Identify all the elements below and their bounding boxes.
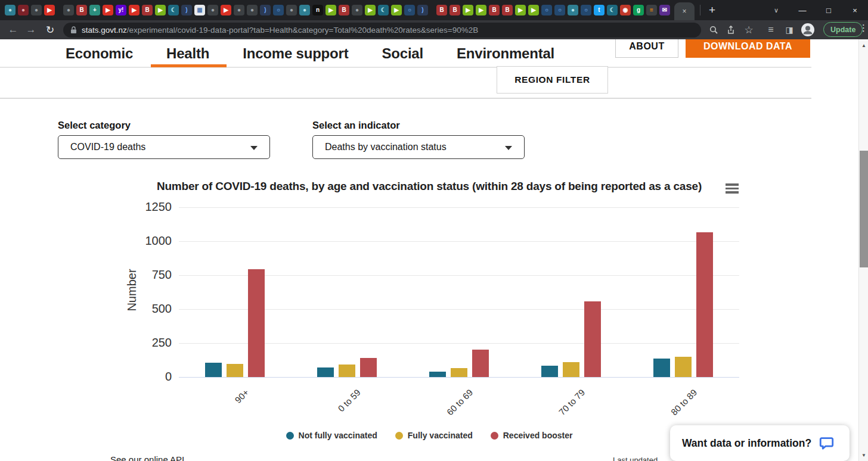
bar-fully-vaccinated [563, 362, 579, 377]
chart-menu-icon[interactable] [726, 183, 739, 195]
scroll-up-icon[interactable]: ▲ [859, 41, 868, 50]
bar-received-booster [360, 358, 377, 377]
nav-tab-economic[interactable]: Economic [66, 39, 133, 67]
share-icon[interactable] [724, 23, 738, 37]
browser-tab[interactable]: t [594, 5, 604, 15]
chat-label: Want data or information? [682, 437, 811, 450]
browser-tab[interactable]: ☾ [607, 5, 618, 15]
new-tab-button[interactable]: + [709, 4, 715, 17]
scrollbar-thumb[interactable] [860, 151, 868, 267]
browser-tab[interactable]: ◉ [620, 5, 631, 15]
browser-tab[interactable]: ) [417, 5, 428, 15]
footer-source-text[interactable]: See our online API [110, 454, 184, 461]
browser-tab[interactable]: ○ [554, 5, 565, 15]
browser-tab[interactable]: ▶ [365, 5, 376, 15]
profile-avatar[interactable] [801, 23, 815, 37]
browser-tab[interactable]: B [436, 5, 447, 15]
browser-tab[interactable]: ● [63, 5, 74, 15]
browser-tab[interactable]: ● [5, 5, 16, 15]
scroll-down-icon[interactable]: ▼ [859, 450, 868, 460]
browser-tab[interactable]: ▶ [44, 5, 55, 15]
browser-tab[interactable]: ▶ [155, 5, 166, 15]
browser-tab[interactable]: ● [31, 5, 42, 15]
forward-button[interactable]: → [24, 23, 38, 37]
legend-item-received-booster[interactable]: Received booster [491, 431, 573, 440]
browser-tab[interactable]: B [502, 5, 513, 15]
browser-tab[interactable]: ▶ [221, 5, 231, 15]
browser-tab[interactable]: ▶ [528, 5, 539, 15]
browser-tab[interactable]: ● [568, 5, 578, 15]
zoom-icon[interactable] [706, 23, 721, 37]
browser-tab[interactable]: ○ [581, 5, 591, 15]
browser-tab[interactable]: B [450, 5, 460, 15]
browser-tab[interactable]: ▦ [194, 5, 205, 15]
browser-tab[interactable]: ○ [404, 5, 415, 15]
reload-button[interactable]: ↻ [43, 23, 57, 37]
browser-tab[interactable]: ▶ [391, 5, 402, 15]
browser-tab[interactable]: ▶ [326, 5, 336, 15]
browser-tab[interactable]: ≡ [646, 5, 657, 15]
indicator-dropdown[interactable]: Deaths by vaccination status [312, 135, 525, 159]
nav-tab-environmental[interactable]: Environmental [457, 39, 554, 67]
nav-tab-health[interactable]: Health [166, 39, 209, 67]
url-bar[interactable]: stats.govt.nz/experimental/covid-19-data… [63, 23, 701, 38]
browser-tab[interactable]: ○ [541, 5, 552, 15]
active-tab[interactable]: × [674, 2, 695, 20]
browser-tab[interactable]: ▶ [103, 5, 113, 15]
browser-tab[interactable]: B [76, 5, 87, 15]
category-dropdown[interactable]: COVID-19 deaths [58, 135, 270, 159]
browser-tab[interactable]: ● [247, 5, 258, 15]
reading-list-icon[interactable]: ≡ [764, 23, 778, 37]
legend-item-not-fully-vaccinated[interactable]: Not fully vaccinated [286, 431, 377, 440]
minimize-button[interactable]: — [789, 0, 816, 20]
page-scrollbar[interactable]: ▲ ▼ [858, 39, 868, 461]
tab-search-chevron-icon[interactable]: ∨ [763, 0, 789, 20]
browser-tab[interactable]: y! [116, 5, 126, 15]
tab-strip: ●●●▶●B+▶y!▶B▶☾)▦●▶●●)○●●n▶B●▶☾▶○)BB▶▶BB▶… [0, 0, 868, 20]
browser-tab[interactable]: ▶ [476, 5, 486, 15]
side-panel-icon[interactable]: ◨ [782, 23, 796, 37]
chrome-update-button[interactable]: Update [823, 22, 863, 37]
chrome-menu-icon[interactable]: ⋮ [859, 23, 867, 33]
browser-tab[interactable]: ○ [273, 5, 284, 15]
browser-tab[interactable]: ● [18, 5, 29, 15]
browser-tab[interactable]: ) [181, 5, 192, 15]
y-tick-label: 250 [106, 336, 172, 350]
browser-tab[interactable]: ✉ [659, 5, 670, 15]
lock-icon [70, 26, 77, 34]
bookmark-star-icon[interactable]: ☆ [742, 23, 756, 37]
x-axis-label: 60 to 69 [445, 387, 475, 417]
browser-tab[interactable]: ● [286, 5, 297, 15]
browser-tab[interactable]: ) [260, 5, 271, 15]
back-button[interactable]: ← [6, 23, 20, 37]
browser-tab[interactable]: B [489, 5, 500, 15]
browser-tab[interactable]: ▶ [515, 5, 526, 15]
browser-tab[interactable]: ☾ [378, 5, 389, 15]
y-tick-label: 750 [106, 268, 172, 282]
legend-item-fully-vaccinated[interactable]: Fully vaccinated [395, 431, 473, 440]
nav-tab-social[interactable]: Social [382, 39, 423, 67]
chevron-down-icon [250, 146, 258, 150]
browser-tab[interactable]: ▶ [463, 5, 473, 15]
browser-tab[interactable]: + [89, 5, 100, 15]
maximize-button[interactable]: □ [816, 0, 842, 20]
close-window-button[interactable]: × [842, 0, 868, 20]
browser-tab[interactable]: ● [234, 5, 244, 15]
bar-fully-vaccinated [675, 357, 692, 377]
browser-tab[interactable]: ● [352, 5, 362, 15]
browser-tab[interactable]: ● [299, 5, 310, 15]
region-filter-button[interactable]: REGION FILTER [497, 66, 608, 94]
browser-tab[interactable]: B [339, 5, 349, 15]
x-axis-label: 90+ [232, 387, 250, 405]
legend-marker-icon [491, 432, 498, 440]
chat-widget[interactable]: Want data or information? [670, 425, 850, 461]
browser-tab[interactable]: ☾ [168, 5, 179, 15]
browser-tab[interactable]: ▶ [129, 5, 140, 15]
browser-tab[interactable]: B [142, 5, 153, 15]
browser-tab[interactable]: n [312, 5, 323, 15]
nav-tab-income-support[interactable]: Income support [243, 39, 348, 67]
indicator-label: Select an indicator [312, 120, 400, 131]
browser-tab[interactable]: ● [207, 5, 218, 15]
browser-tab[interactable]: g [633, 5, 644, 15]
tab-close-icon[interactable]: × [682, 7, 686, 15]
